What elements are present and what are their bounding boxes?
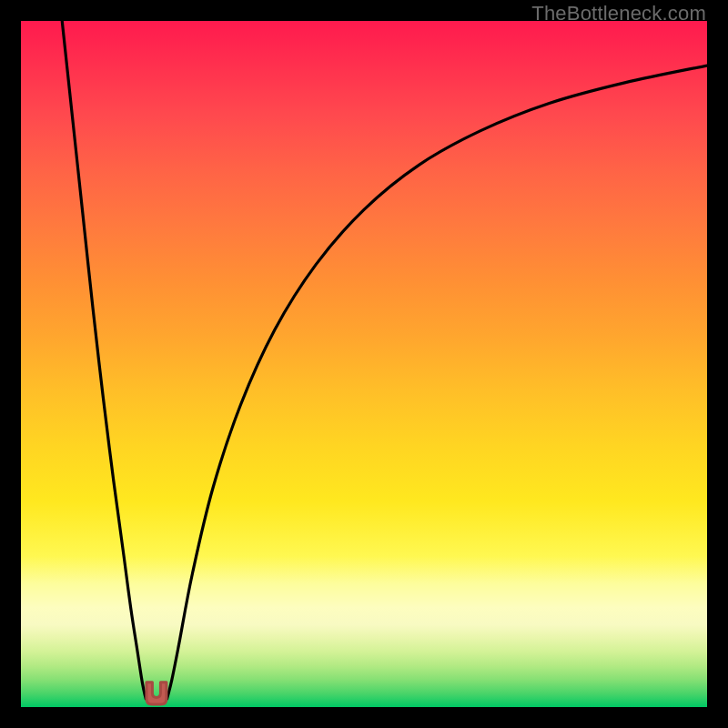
right-branch-curve [167,66,707,699]
curve-layer [21,21,707,707]
plot-area [21,21,707,707]
watermark-label: TheBottleneck.com [531,2,706,25]
bottleneck-notch-icon [147,682,167,704]
left-branch-curve [62,21,146,699]
